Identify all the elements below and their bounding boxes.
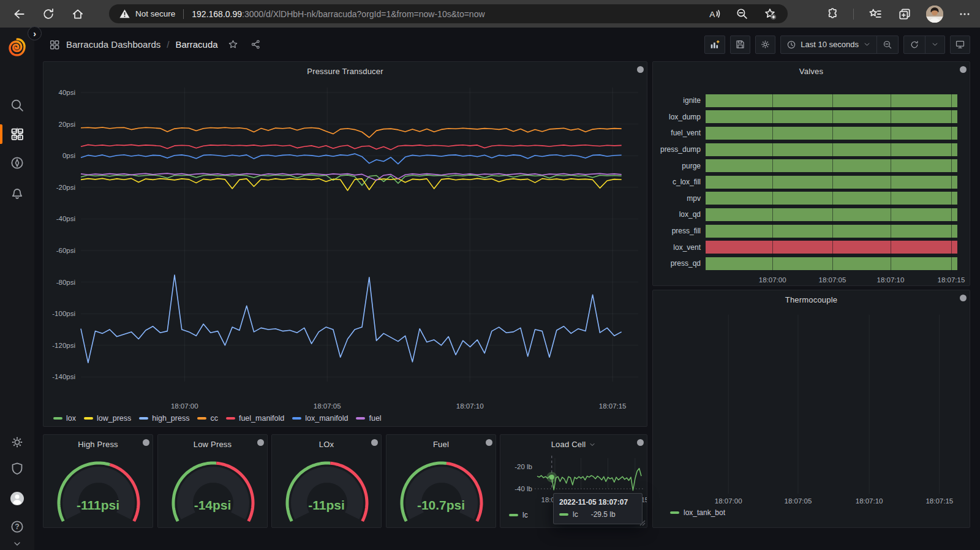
dashboards-icon[interactable] [0, 124, 34, 145]
chevron-down-icon [863, 40, 871, 48]
panel-title[interactable]: Thermocouple [671, 295, 951, 304]
load-cell-legend-item[interactable]: lc [509, 511, 528, 519]
legend-swatch [292, 417, 301, 420]
refresh-button[interactable] [40, 6, 56, 22]
zoom-out-icon[interactable] [734, 6, 750, 22]
refresh-interval-picker[interactable] [925, 36, 944, 53]
legend-label: high_press [152, 414, 189, 423]
search-icon[interactable] [0, 95, 34, 116]
legend-swatch [139, 417, 148, 420]
legend-item-cc[interactable]: cc [197, 414, 218, 423]
not-secure-warning-icon [119, 8, 130, 20]
valve-state-bar [706, 225, 957, 238]
x-axis-label: 18:07:10 [869, 276, 912, 284]
legend-label: lox [66, 414, 76, 423]
valve-row-ignite: ignite [653, 92, 970, 109]
y-axis-label: -20 lb [514, 463, 532, 470]
kiosk-mode-button[interactable] [950, 36, 970, 54]
panel-title[interactable]: Load Cell [519, 440, 628, 449]
sidebar-expand-button[interactable]: › [28, 26, 42, 40]
server-admin-shield-icon[interactable] [0, 458, 34, 479]
favorites-icon[interactable] [867, 6, 883, 22]
url-text: 192.168.0.99:3000/d/XlDHbH-nk/barracuda?… [192, 9, 484, 19]
y-axis-label: -80psi [56, 279, 75, 286]
y-axis-label: -120psi [52, 342, 75, 349]
read-aloud-icon[interactable]: A [706, 6, 722, 22]
legend-swatch [197, 417, 206, 420]
tooltip-timestamp: 2022-11-05 18:07:07 [559, 498, 636, 507]
legend-item-high_press[interactable]: high_press [139, 414, 189, 423]
valve-state-bar [706, 110, 957, 123]
y-axis-label: -40 lb [514, 485, 532, 492]
legend-label: lox_tank_bot [684, 508, 725, 517]
star-dashboard-icon[interactable] [228, 39, 238, 50]
valve-label: press_dump [653, 145, 706, 154]
explore-compass-icon[interactable] [0, 153, 34, 173]
tooltip-swatch [559, 513, 568, 516]
breadcrumb-current[interactable]: Barracuda [175, 39, 217, 50]
save-dashboard-button[interactable] [730, 36, 750, 54]
user-avatar-icon[interactable] [0, 488, 34, 509]
extensions-icon[interactable] [824, 6, 840, 22]
chart-tooltip: 2022-11-05 18:07:07 lc -29.5 lb [553, 493, 643, 524]
panel-title-text: Thermocouple [785, 295, 838, 304]
home-button[interactable] [70, 6, 86, 22]
valve-label: c_lox_fill [653, 178, 706, 186]
chevron-down-icon[interactable] [0, 533, 34, 550]
panel-gauge-lox: LOx -11psi [271, 434, 382, 528]
legend-item-fuel_manifold[interactable]: fuel_manifold [226, 414, 284, 423]
valve-state-bar [706, 127, 957, 140]
legend-item-fuel[interactable]: fuel [356, 414, 381, 423]
valve-row-lox_dump: lox_dump [653, 109, 970, 126]
series-low_press [81, 178, 622, 190]
legend-item-low_press[interactable]: low_press [84, 414, 131, 423]
panel-corner-indicator [371, 439, 378, 446]
gauge-value: -14psi [158, 498, 267, 513]
panel-title[interactable]: High Press [62, 440, 134, 449]
valve-row-press_qd: press_qd [653, 255, 970, 272]
x-axis-label: 18:07:00 [715, 497, 742, 505]
settings-menu-icon[interactable] [957, 6, 973, 22]
collections-icon[interactable] [897, 6, 913, 22]
valve-label: mpv [653, 194, 706, 203]
tooltip-value: -29.5 lb [591, 510, 616, 519]
refresh-dashboard-button[interactable] [904, 36, 925, 53]
valve-row-c_lox_fill: c_lox_fill [653, 174, 970, 190]
panel-title[interactable]: LOx [290, 440, 363, 449]
zoom-out-time-button[interactable] [876, 36, 898, 53]
share-icon[interactable] [251, 39, 261, 50]
panel-thermocouple: Thermocouple 18:07:0018:07:0518:07:1018:… [652, 290, 970, 528]
breadcrumb-root[interactable]: Barracuda Dashboards [66, 39, 160, 50]
y-axis-label: -100psi [52, 310, 75, 317]
valve-row-press_dump: press_dump [653, 141, 970, 158]
thermocouple-legend-item[interactable]: lox_tank_bot [670, 508, 725, 517]
valve-label: purge [653, 162, 706, 170]
panel-title[interactable]: Pressure Transducer [62, 67, 628, 76]
add-favorite-icon[interactable] [762, 6, 778, 22]
panel-title[interactable]: Fuel [405, 440, 477, 449]
add-panel-button[interactable] [704, 36, 725, 54]
profile-avatar[interactable] [926, 6, 943, 23]
legend-item-lox_manifold[interactable]: lox_manifold [292, 414, 348, 423]
valve-state-bar [706, 159, 957, 172]
valve-state-bar [706, 241, 957, 254]
configuration-gear-icon[interactable] [0, 432, 34, 453]
x-axis-label: 18:07:05 [785, 497, 812, 505]
time-range-picker[interactable]: Last 10 seconds [781, 36, 876, 53]
grafana-logo[interactable] [0, 37, 34, 58]
series-fuel_manifold [81, 145, 622, 149]
dashboard-settings-button[interactable] [755, 36, 775, 54]
legend-item-lox[interactable]: lox [53, 414, 76, 423]
address-bar[interactable]: Not secure 192.168.0.99:3000/d/XlDHbH-nk… [109, 4, 788, 23]
panel-corner-indicator [960, 66, 967, 73]
panel-gauge-high-press: High Press -111psi [43, 434, 153, 528]
browser-toolbar: Not secure 192.168.0.99:3000/d/XlDHbH-nk… [0, 0, 980, 28]
back-button[interactable] [11, 6, 27, 22]
panel-corner-indicator [143, 439, 149, 446]
alerting-bell-icon[interactable] [0, 183, 34, 203]
panel-title[interactable]: Valves [671, 67, 951, 76]
panel-title[interactable]: Low Press [176, 440, 249, 449]
panel-pressure-transducer: Pressure Transducer 40psi20psi0psi-20psi… [43, 61, 647, 427]
valve-state-bar [706, 176, 957, 189]
x-axis-label: 18:07:15 [930, 276, 973, 284]
